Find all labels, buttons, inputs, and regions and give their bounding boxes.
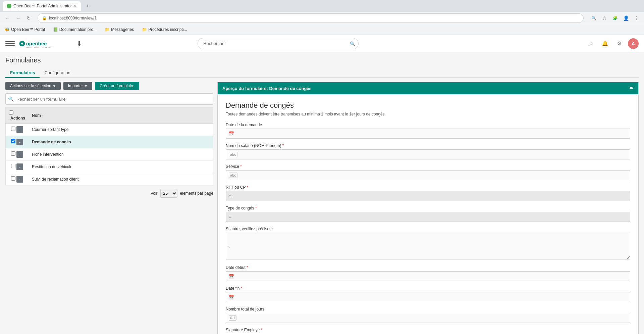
logo[interactable]: openbee THE BUSINESS DIGITIZING COMPANY [19, 38, 52, 50]
tab-formulaires[interactable]: Formulaires [5, 68, 40, 78]
label-rtt-cp: RTT ou CP * [226, 185, 630, 190]
book-icon: 📗 [53, 27, 58, 32]
row-checkbox[interactable] [11, 176, 15, 181]
input-date-debut[interactable]: 📅 [226, 271, 630, 281]
table-row[interactable]: - Suivi de réclamation client [6, 173, 213, 186]
calendar-icon-1: 📅 [229, 131, 234, 136]
row-action-btn[interactable]: - [16, 151, 23, 158]
input-service[interactable]: abc [226, 170, 630, 180]
row-action-btn[interactable]: - [16, 126, 23, 133]
input-nombre-jours[interactable]: 0.1 [226, 313, 630, 323]
textarea-container: ⤡ [226, 233, 630, 260]
new-tab-button[interactable]: + [83, 1, 92, 11]
browser-right-icons: 🔍 ☆ 🧩 👤 ⋮ [589, 13, 641, 23]
form-search-container: 🔍 [5, 93, 213, 105]
reload-button[interactable]: ↻ [24, 13, 34, 23]
col-header-name[interactable]: Nom ↑ [29, 108, 213, 124]
calendar-icon-3: 📅 [229, 295, 234, 300]
menu-button[interactable]: ⋮ [632, 13, 641, 23]
menu-hamburger[interactable] [5, 39, 15, 48]
input-nom-salarie[interactable]: abc [226, 149, 630, 159]
per-page-select[interactable]: 25 10 50 100 [160, 189, 177, 198]
required-marker-7: * [261, 328, 263, 332]
search-input[interactable] [198, 38, 359, 49]
actions-button[interactable]: Actions sur la sélection ▼ [5, 82, 61, 90]
row-action-btn[interactable]: - [16, 176, 23, 183]
select-all-checkbox[interactable] [9, 110, 13, 115]
row-checkbox[interactable] [11, 139, 15, 143]
download-area: ⬇ [76, 40, 82, 48]
bell-button[interactable]: 🔔 [600, 38, 610, 49]
avatar[interactable]: A [628, 38, 639, 49]
forward-button[interactable]: → [13, 13, 23, 23]
field-nombre-jours: Nombre total de jours 0.1 [226, 307, 630, 323]
settings-button[interactable]: ⚙ [614, 38, 625, 49]
table-row[interactable]: - Demande de congés [6, 136, 213, 148]
elements-label: éléments par page [180, 191, 213, 196]
table-row[interactable]: - Restitution de véhicule [6, 161, 213, 173]
preview-edit-button[interactable]: ✏ [630, 86, 634, 91]
input-si-autre[interactable] [226, 233, 630, 259]
required-marker-6: * [241, 286, 243, 291]
row-name-cell: Demande de congés [29, 136, 213, 148]
abc-prefix-2: abc [229, 173, 237, 178]
page-content: Formulaires Formulaires Configuration Ac… [0, 52, 644, 334]
required-marker-4: * [255, 206, 257, 210]
back-button[interactable]: ← [3, 13, 12, 23]
row-checkbox[interactable] [11, 127, 15, 131]
field-nom-salarie: Nom du salarié (NOM Prénom) * abc [226, 143, 630, 159]
right-panel: Aperçu du formulaire: Demande de congés … [217, 82, 639, 334]
form-search-input[interactable] [5, 93, 213, 105]
svg-text:THE BUSINESS DIGITIZING COMPAN: THE BUSINESS DIGITIZING COMPANY [26, 46, 52, 48]
create-button[interactable]: Créer un formulaire [95, 82, 139, 90]
bookmark-openbee[interactable]: 🐝 Open Bee™ Portal [3, 27, 47, 33]
label-type-conges: Type de congés * [226, 206, 630, 210]
import-button[interactable]: Importer ▼ [63, 82, 93, 90]
form-subtitle: Toutes demandes doivent être transmises … [226, 112, 630, 116]
download-icon[interactable]: ⬇ [76, 40, 82, 48]
field-type-conges: Type de congés * ≡ [226, 206, 630, 222]
toolbar: Actions sur la sélection ▼ Importer ▼ Cr… [5, 82, 213, 90]
col-header-checkbox: Actions [6, 108, 29, 124]
input-date-fin[interactable]: 📅 [226, 292, 630, 302]
active-tab[interactable]: Open Bee™ Portal Administrator ✕ [3, 1, 81, 11]
input-date-demande[interactable]: 📅 [226, 129, 630, 139]
input-type-conges[interactable]: ≡ [226, 212, 630, 222]
row-checkbox[interactable] [11, 164, 15, 168]
zoom-button[interactable]: 🔍 [589, 13, 598, 23]
search-bar: 🔍 [198, 38, 359, 49]
row-name-cell: Courrier sortant type [29, 124, 213, 136]
import-caret: ▼ [84, 84, 88, 88]
address-bar[interactable]: 🔒 localhost:8000/form/view/1 [38, 13, 584, 23]
extensions-button[interactable]: 🧩 [610, 13, 620, 23]
pagination-area: Voir 25 10 50 100 éléments par page [5, 189, 213, 198]
star-button[interactable]: ☆ [586, 38, 596, 49]
required-marker-5: * [247, 265, 248, 270]
tab-close-button[interactable]: ✕ [74, 4, 77, 8]
tab-configuration[interactable]: Configuration [40, 68, 75, 78]
row-action-btn[interactable]: - [16, 163, 23, 170]
row-action-btn[interactable]: - [16, 139, 23, 145]
required-marker-1: * [282, 143, 284, 148]
bookmark-star-button[interactable]: ☆ [600, 13, 609, 23]
bookmark-messageries[interactable]: 📁 Messageries [103, 27, 136, 33]
label-nom-salarie: Nom du salarié (NOM Prénom) * [226, 143, 630, 148]
abc-prefix-1: abc [229, 152, 237, 157]
voir-label: Voir [151, 191, 158, 196]
app-header: openbee THE BUSINESS DIGITIZING COMPANY … [0, 35, 644, 52]
required-marker-2: * [240, 164, 242, 169]
field-date-fin: Date fin * 📅 [226, 286, 630, 302]
table-row[interactable]: - Courrier sortant type [6, 124, 213, 136]
search-icon: 🔍 [350, 41, 355, 46]
bookmark-doc[interactable]: 📗 Documentation pro... [51, 27, 99, 33]
label-nombre-jours: Nombre total de jours [226, 307, 630, 312]
row-checkbox[interactable] [11, 151, 15, 156]
input-rtt-cp[interactable]: ≡ [226, 191, 630, 201]
left-panel: Actions sur la sélection ▼ Importer ▼ Cr… [5, 82, 213, 334]
label-date-fin: Date fin * [226, 286, 630, 291]
table-row[interactable]: - Fiche intervention [6, 148, 213, 161]
bookmark-procedures[interactable]: 📁 Procédures inscripti... [140, 27, 189, 33]
bookmarks-bar: 🐝 Open Bee™ Portal 📗 Documentation pro..… [0, 24, 644, 35]
profile-button[interactable]: 👤 [621, 13, 631, 23]
preview-header-title: Aperçu du formulaire: Demande de congés [222, 86, 312, 91]
